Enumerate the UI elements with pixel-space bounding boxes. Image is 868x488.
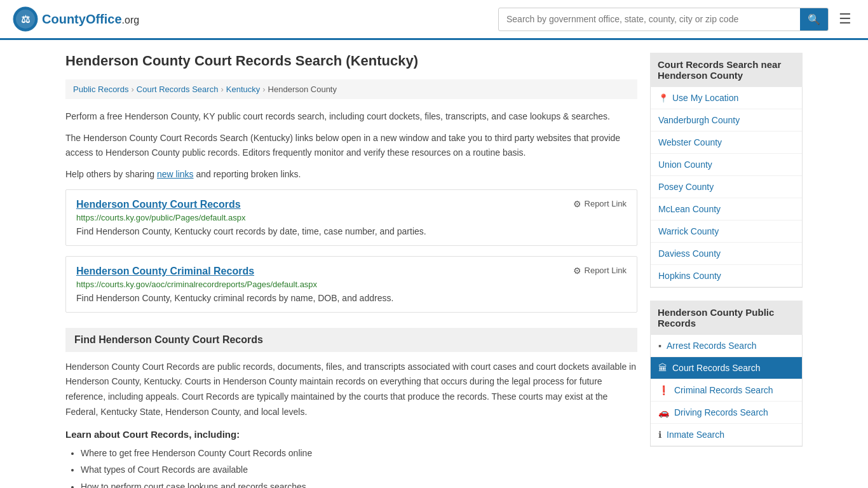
record-entry-0: Henderson County Court Records ⚙ Report … [65, 189, 637, 246]
nearby-item-7: Daviess County [651, 243, 802, 265]
main-container: Henderson County Court Records Search (K… [53, 40, 815, 488]
sidebar-public-records-heading: Henderson County Public Records [650, 301, 803, 335]
breadcrumb-kentucky[interactable]: Kentucky [226, 85, 260, 94]
public-record-icon-0: ▪ [658, 341, 661, 351]
public-record-icon-3: 🚗 [658, 407, 669, 417]
public-record-item-3: 🚗Driving Records Search [651, 402, 802, 424]
header: ⚖ CountyOffice.org 🔍 ☰ [0, 0, 868, 40]
report-icon-0: ⚙ [573, 199, 581, 209]
logo-text: CountyOffice.org [42, 12, 139, 27]
public-records-list: ▪Arrest Records Search🏛Court Records Sea… [650, 335, 803, 447]
sidebar-public-records-section: Henderson County Public Records ▪Arrest … [650, 301, 803, 447]
report-label-0: Report Link [585, 199, 627, 208]
nearby-link-2[interactable]: Webster County [651, 132, 802, 154]
nearby-item-5: McLean County [651, 198, 802, 220]
logo-icon: ⚖ [13, 6, 38, 32]
nearby-item-8: Hopkins County [651, 265, 802, 287]
bullet-item-2: How to perform court case lookups and re… [81, 478, 637, 488]
nearby-link-6[interactable]: Warrick County [651, 220, 802, 243]
learn-heading: Learn about Court Records, including: [65, 429, 637, 440]
page-title: Henderson County Court Records Search (K… [65, 53, 637, 69]
search-input[interactable] [499, 9, 800, 29]
report-link-1[interactable]: ⚙ Report Link [573, 266, 627, 276]
record-desc-1: Find Henderson County, Kentucky criminal… [76, 293, 627, 303]
sidebar: Court Records Search near Henderson Coun… [650, 53, 803, 488]
search-button[interactable]: 🔍 [800, 8, 828, 30]
description-para2: The Henderson County Court Records Searc… [65, 131, 637, 159]
nearby-list: 📍Use My LocationVanderburgh CountyWebste… [650, 87, 803, 288]
content-area: Henderson County Court Records Search (K… [65, 53, 637, 488]
breadcrumb-sep-2: › [220, 85, 223, 94]
nearby-item-2: Webster County [651, 132, 802, 154]
record-url-0[interactable]: https://courts.ky.gov/public/Pages/defau… [76, 213, 627, 222]
public-record-item-1: 🏛Court Records Search [651, 357, 802, 379]
record-url-1[interactable]: https://courts.ky.gov/aoc/criminalrecord… [76, 280, 627, 289]
record-title-1[interactable]: Henderson County Criminal Records [76, 266, 254, 277]
record-entry-1: Henderson County Criminal Records ⚙ Repo… [65, 256, 637, 313]
breadcrumb-current: Henderson County [268, 85, 337, 94]
nearby-item-6: Warrick County [651, 220, 802, 243]
nearby-item-0: 📍Use My Location [651, 87, 802, 109]
description-para3: Help others by sharing new links and rep… [65, 167, 637, 181]
public-record-item-2: ❗Criminal Records Search [651, 379, 802, 402]
svg-text:⚖: ⚖ [21, 14, 31, 25]
nearby-link-5[interactable]: McLean County [651, 198, 802, 220]
nearby-link-7[interactable]: Daviess County [651, 243, 802, 265]
breadcrumb-court-records[interactable]: Court Records Search [137, 85, 219, 94]
record-desc-0: Find Henderson County, Kentucky court re… [76, 226, 627, 236]
nearby-link-4[interactable]: Posey County [651, 176, 802, 198]
nearby-item-1: Vanderburgh County [651, 109, 802, 132]
use-location-link[interactable]: 📍Use My Location [651, 87, 802, 109]
nearby-link-1[interactable]: Vanderburgh County [651, 109, 802, 132]
public-record-link-2[interactable]: ❗Criminal Records Search [651, 379, 802, 401]
public-record-link-4[interactable]: ℹInmate Search [651, 424, 802, 445]
public-record-icon-4: ℹ [658, 430, 661, 440]
report-link-0[interactable]: ⚙ Report Link [573, 199, 627, 209]
search-bar: 🔍 [498, 8, 829, 31]
nearby-item-3: Union County [651, 154, 802, 176]
public-record-link-3[interactable]: 🚗Driving Records Search [651, 402, 802, 423]
nearby-link-8[interactable]: Hopkins County [651, 265, 802, 287]
breadcrumb: Public Records › Court Records Search › … [65, 79, 637, 99]
find-section-heading: Find Henderson County Court Records [65, 328, 637, 352]
record-title-0[interactable]: Henderson County Court Records [76, 199, 241, 210]
new-links-link[interactable]: new links [157, 169, 194, 179]
sidebar-nearby-heading: Court Records Search near Henderson Coun… [650, 53, 803, 87]
public-record-link-0[interactable]: ▪Arrest Records Search [651, 335, 802, 356]
location-pin-icon: 📍 [658, 93, 668, 103]
records-container: Henderson County Court Records ⚙ Report … [65, 189, 637, 313]
public-record-icon-1: 🏛 [658, 363, 667, 373]
nearby-item-4: Posey County [651, 176, 802, 198]
bullet-list: Where to get free Henderson County Court… [65, 445, 637, 488]
logo-area: ⚖ CountyOffice.org [13, 6, 139, 32]
public-record-item-0: ▪Arrest Records Search [651, 335, 802, 357]
report-label-1: Report Link [585, 266, 627, 275]
find-section-body: Henderson County Court Records are publi… [65, 360, 637, 420]
breadcrumb-sep-1: › [131, 85, 133, 94]
breadcrumb-public-records[interactable]: Public Records [73, 85, 128, 94]
bullet-item-1: What types of Court Records are availabl… [81, 461, 637, 478]
description-para1: Perform a free Henderson County, KY publ… [65, 109, 637, 123]
menu-icon[interactable]: ☰ [835, 7, 855, 31]
public-record-link-1[interactable]: 🏛Court Records Search [651, 357, 802, 379]
public-record-item-4: ℹInmate Search [651, 424, 802, 446]
breadcrumb-sep-3: › [262, 85, 265, 94]
report-icon-1: ⚙ [573, 266, 581, 276]
sidebar-nearby-section: Court Records Search near Henderson Coun… [650, 53, 803, 288]
public-record-icon-2: ❗ [658, 385, 669, 395]
bullet-item-0: Where to get free Henderson County Court… [81, 445, 637, 462]
nearby-link-3[interactable]: Union County [651, 154, 802, 176]
header-right: 🔍 ☰ [498, 7, 855, 31]
